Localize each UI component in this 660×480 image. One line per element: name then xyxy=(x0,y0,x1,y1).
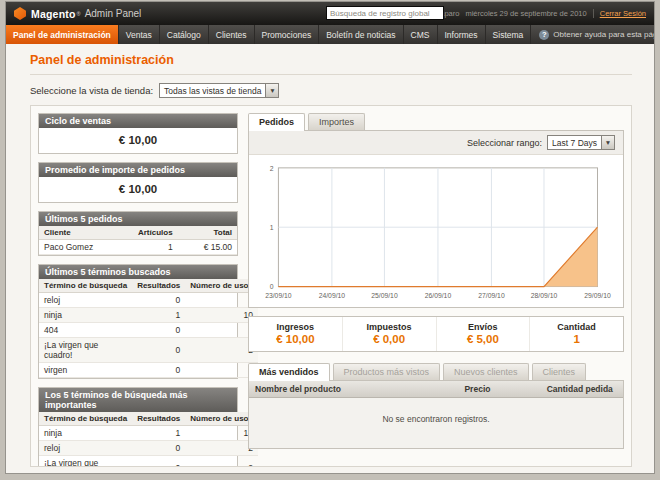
diagram-tabs: Pedidos Importes xyxy=(248,113,624,130)
y-tick-2: 2 xyxy=(270,165,274,172)
table-row[interactable]: ninja 1 10 xyxy=(39,426,258,441)
products-grid-panel: Nombre del producto Precio Cantidad pedi… xyxy=(248,380,624,449)
last-orders-box: Últimos 5 pedidos Cliente Artículos Tota… xyxy=(38,211,238,256)
x-tick-1: 24/09/10 xyxy=(319,292,346,299)
x-tick-3: 26/09/10 xyxy=(425,292,452,299)
search-results: 0 xyxy=(132,441,185,456)
dashboard: Ciclo de ventas € 10,00 Promedio de impo… xyxy=(30,105,632,467)
search-term: reloj xyxy=(39,441,132,456)
last-orders-table: Cliente Artículos Total Paco Gomez 1 € 1… xyxy=(39,226,237,255)
average-orders-box: Promedio de importe de pedidos € 10,00 xyxy=(38,162,238,203)
stat-value: € 10,00 xyxy=(249,333,342,345)
table-row[interactable]: Paco Gomez 1 € 15.00 xyxy=(39,240,237,255)
x-tick-5: 28/09/10 xyxy=(531,292,558,299)
tab-nuevos-clientes[interactable]: Nuevos clientes xyxy=(443,363,529,380)
stat-cantidad: Cantidad 1 xyxy=(529,317,623,351)
stat-label: Envíos xyxy=(437,322,530,332)
meta-divider xyxy=(593,9,594,18)
search-term: ¡La virgen que cuadro! xyxy=(39,456,132,468)
grid-tabs: Más vendidos Productos más vistos Nuevos… xyxy=(248,363,624,380)
col-articulos: Artículos xyxy=(133,226,178,240)
table-row[interactable]: ¡La virgen que cuadro! 0 2 xyxy=(39,456,258,468)
range-row: Seleccionar rango: Last 7 Days xyxy=(249,131,623,155)
table-row[interactable]: reloj 0 2 xyxy=(39,441,258,456)
logo-product: Admin Panel xyxy=(85,8,142,19)
store-view-value: Todas las vistas de tienda xyxy=(160,86,265,96)
search-term: 404 xyxy=(39,323,132,338)
stat-ingresos: Ingresos € 10,00 xyxy=(249,317,342,351)
x-tick-4: 27/09/10 xyxy=(478,292,505,299)
nav-item-sistema[interactable]: Sistema xyxy=(486,25,532,44)
magento-logo: Magento ® Admin Panel xyxy=(14,7,141,20)
last-search-box: Últimos 5 términos buscados Término de b… xyxy=(38,264,238,379)
chart-wrap: 2 1 0 23/09/10 24/09/10 25/09/10 26/09/1… xyxy=(249,155,623,307)
help-link[interactable]: Obtener ayuda para esta página xyxy=(531,25,655,44)
search-uses: 2 xyxy=(185,456,258,468)
store-switcher: Seleccione la vista de tienda: Todas las… xyxy=(6,75,654,105)
top-search-box: Los 5 términos de búsqueda más important… xyxy=(38,387,238,467)
y-tick-0: 0 xyxy=(270,283,274,290)
table-row[interactable]: virgen 0 1 xyxy=(39,363,258,378)
nav-item-cms[interactable]: CMS xyxy=(404,25,438,44)
tab-importes[interactable]: Importes xyxy=(308,113,365,130)
trademark-symbol: ® xyxy=(77,11,81,17)
top-search-table: Término de búsqueda Resultados Número de… xyxy=(39,412,258,467)
dashboard-main: Pedidos Importes Seleccionar rango: Last… xyxy=(248,113,624,449)
nav-item-informes[interactable]: Informes xyxy=(438,25,486,44)
x-tick-0: 23/09/10 xyxy=(265,292,292,299)
tab-clientes[interactable]: Clientes xyxy=(532,363,587,380)
stat-value: € 5,00 xyxy=(437,333,530,345)
nav-item-promociones[interactable]: Promociones xyxy=(255,25,320,44)
magento-admin-window: Magento ® Admin Panel Accedió como aparo… xyxy=(5,1,655,474)
nav-item-dashboard[interactable]: Panel de administración xyxy=(6,25,119,44)
current-date-text: miércoles 29 de septiembre de 2010 xyxy=(465,9,586,18)
lifetime-sales-title: Ciclo de ventas xyxy=(39,114,237,128)
stat-label: Ingresos xyxy=(249,322,342,332)
content-area: Panel de administración Seleccione la vi… xyxy=(6,44,654,473)
dashboard-sidebar: Ciclo de ventas € 10,00 Promedio de impo… xyxy=(38,113,238,467)
search-results: 0 xyxy=(132,323,185,338)
search-results: 0 xyxy=(132,456,185,468)
x-tick-6: 29/09/10 xyxy=(584,292,611,299)
last-search-table: Término de búsqueda Resultados Número de… xyxy=(39,279,258,378)
average-orders-title: Promedio de importe de pedidos xyxy=(39,163,237,177)
chevron-down-icon xyxy=(265,84,278,97)
stat-impuestos: Impuestos € 0,00 xyxy=(342,317,436,351)
page-title: Panel de administración xyxy=(6,44,654,74)
nav-item-clientes[interactable]: Clientes xyxy=(209,25,255,44)
range-select[interactable]: Last 7 Days xyxy=(547,135,615,150)
nav-item-catalogo[interactable]: Catálogo xyxy=(160,25,209,44)
store-view-select[interactable]: Todas las vistas de tienda xyxy=(159,83,279,98)
tab-productos-mas-vistos[interactable]: Productos más vistos xyxy=(333,363,441,380)
y-tick-1: 1 xyxy=(270,224,274,231)
table-row[interactable]: ninja 1 10 xyxy=(39,308,258,323)
stat-label: Impuestos xyxy=(343,322,436,332)
tab-pedidos[interactable]: Pedidos xyxy=(248,113,305,131)
orders-chart: 2 1 0 23/09/10 24/09/10 25/09/10 26/09/1… xyxy=(257,163,615,305)
stat-label: Cantidad xyxy=(530,322,623,332)
logout-link[interactable]: Cerrar Sesión xyxy=(600,9,646,18)
search-results: 1 xyxy=(132,308,185,323)
col-termino: Término de búsqueda xyxy=(39,412,132,426)
search-term: reloj xyxy=(39,293,132,308)
table-row[interactable]: ¡La virgen que cuadro! 0 2 xyxy=(39,338,258,363)
orders-chart-panel: Seleccionar rango: Last 7 Days xyxy=(248,130,624,308)
order-customer: Paco Gomez xyxy=(39,240,133,255)
nav-item-boletin[interactable]: Boletín de noticias xyxy=(319,25,403,44)
table-row[interactable]: 404 0 1 xyxy=(39,323,258,338)
tab-mas-vendidos[interactable]: Más vendidos xyxy=(248,363,330,381)
col-nombre-producto: Nombre del producto xyxy=(249,381,458,398)
table-row[interactable]: reloj 0 2 xyxy=(39,293,258,308)
magento-logo-icon xyxy=(14,7,26,20)
header-bar: Magento ® Admin Panel Accedió como aparo… xyxy=(6,2,654,25)
col-cliente: Cliente xyxy=(39,226,133,240)
empty-message: No se encontraron registros. xyxy=(249,398,623,449)
search-term: ninja xyxy=(39,308,132,323)
lifetime-sales-value: € 10,00 xyxy=(39,128,237,153)
global-search-input[interactable] xyxy=(326,6,444,20)
store-view-label: Seleccione la vista de tienda: xyxy=(30,85,153,96)
nav-item-ventas[interactable]: Ventas xyxy=(119,25,160,44)
range-label: Seleccionar rango: xyxy=(467,138,542,148)
col-total: Total xyxy=(178,226,237,240)
top-search-title: Los 5 términos de búsqueda más important… xyxy=(39,388,237,412)
